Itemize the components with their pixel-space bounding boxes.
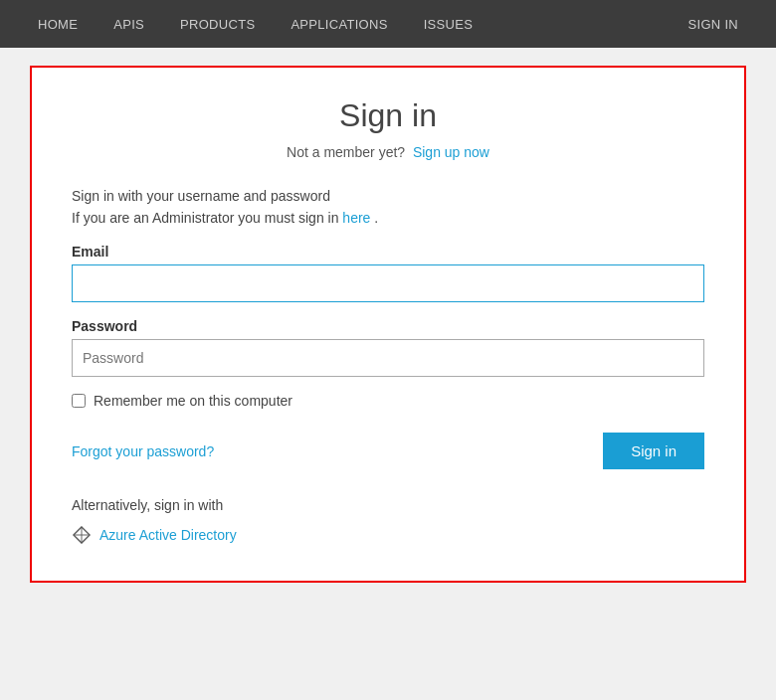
signin-subtitle: Not a member yet? Sign up now — [72, 144, 704, 160]
main-content: Sign in Not a member yet? Sign up now Si… — [0, 48, 776, 700]
signin-title: Sign in — [72, 97, 704, 134]
nav-apis[interactable]: APIS — [96, 0, 162, 48]
forgot-password-link[interactable]: Forgot your password? — [72, 443, 214, 459]
nav-products[interactable]: PRODUCTS — [162, 0, 273, 48]
admin-msg-prefix: If you are an Administrator you must sig… — [72, 210, 342, 226]
admin-here-link[interactable]: here — [342, 210, 370, 226]
password-label: Password — [72, 318, 704, 334]
signup-link[interactable]: Sign up now — [413, 144, 489, 160]
navbar: HOME APIS PRODUCTS APPLICATIONS ISSUES S… — [0, 0, 776, 48]
signin-admin-msg: If you are an Administrator you must sig… — [72, 210, 704, 226]
azure-icon — [72, 525, 92, 545]
azure-active-directory-link[interactable]: Azure Active Directory — [99, 527, 237, 543]
nav-home[interactable]: HOME — [20, 0, 96, 48]
nav-items: HOME APIS PRODUCTS APPLICATIONS ISSUES — [20, 0, 671, 48]
azure-row: Azure Active Directory — [72, 525, 704, 545]
admin-msg-suffix: . — [374, 210, 378, 226]
nav-applications[interactable]: APPLICATIONS — [273, 0, 405, 48]
subtitle-text: Not a member yet? — [287, 144, 405, 160]
azure-diamond-icon — [73, 526, 91, 544]
nav-issues[interactable]: ISSUES — [406, 0, 490, 48]
signin-desc1: Sign in with your username and password — [72, 188, 704, 204]
remember-row: Remember me on this computer — [72, 393, 704, 409]
remember-checkbox[interactable] — [72, 394, 86, 408]
email-input[interactable] — [72, 264, 704, 302]
email-label: Email — [72, 244, 704, 260]
password-input[interactable] — [72, 339, 704, 377]
remember-label: Remember me on this computer — [94, 393, 292, 409]
alt-signin-text: Alternatively, sign in with — [72, 497, 704, 513]
actions-row: Forgot your password? Sign in — [72, 433, 704, 469]
signin-container: Sign in Not a member yet? Sign up now Si… — [30, 66, 746, 583]
signin-button[interactable]: Sign in — [603, 433, 704, 469]
nav-signin-button[interactable]: SIGN IN — [671, 0, 757, 48]
